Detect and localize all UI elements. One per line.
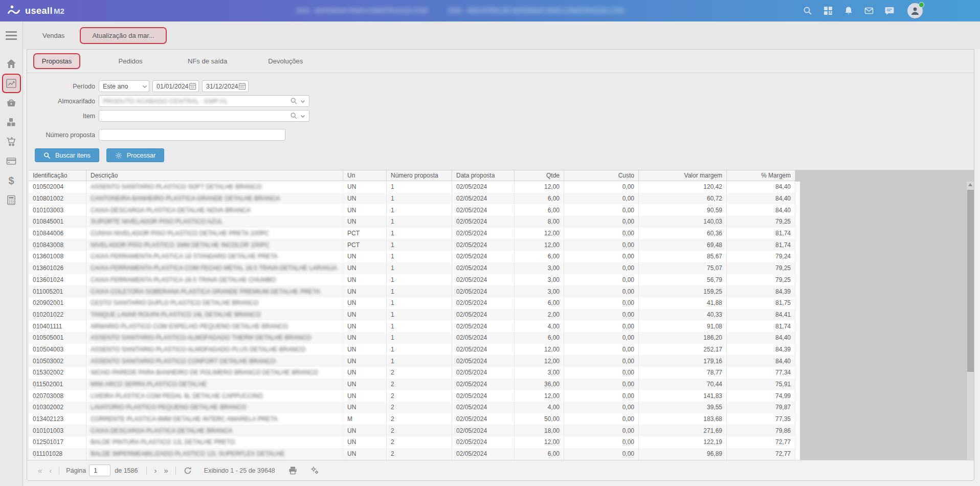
chat-icon[interactable]: [885, 6, 894, 15]
table-row[interactable]: 011101028BALDE IMPERMEABILIZADO PLASTICO…: [29, 448, 795, 460]
cell-date: 02/05/2024: [452, 436, 515, 448]
window-tab-vendas[interactable]: Vendas: [31, 28, 76, 43]
tab-devolucoes[interactable]: Devoluções: [261, 54, 310, 68]
sidebar-item-basket[interactable]: [2, 93, 21, 113]
refresh-icon[interactable]: [184, 467, 192, 475]
table-row[interactable]: 010844006CUNHA NIVELADOR PISO PLASTICO D…: [29, 228, 795, 239]
column-header-desc[interactable]: Descrição: [86, 170, 343, 181]
table-row[interactable]: 013402123CORRENTE PLASTICA 8MM DETALHE I…: [29, 413, 795, 425]
cell-id: 011502001: [29, 379, 86, 390]
scrollbar-thumb[interactable]: [967, 190, 974, 372]
bell-icon[interactable]: [844, 6, 853, 15]
table-row[interactable]: 010103003CAIXA DESCARGA PLASTICA DETALHE…: [29, 204, 795, 216]
periodo-select[interactable]: Este ano: [99, 80, 149, 92]
table-row[interactable]: 010401111ARMARIO PLASTICO COM ESPELHO PE…: [29, 320, 795, 332]
table-row[interactable]: 011502001MINI ARCO SERRA PLASTICO DETALH…: [29, 379, 795, 390]
chevron-down-icon[interactable]: [299, 97, 307, 105]
table-row[interactable]: 010302002LAVATORIO PLASTICO PEQUENO DETA…: [29, 402, 795, 413]
column-header-marg[interactable]: % Margem: [727, 170, 795, 181]
mail-icon[interactable]: [864, 6, 874, 15]
column-header-qtde[interactable]: Qtde: [515, 170, 564, 181]
almoxarifado-combo[interactable]: PRODUTO ACABADO CENTRAL - EMP 01: [99, 95, 309, 107]
column-header-date[interactable]: Data proposta: [452, 170, 515, 181]
cell-un: UN: [343, 216, 387, 228]
cell-marg: 84,41: [727, 309, 795, 321]
cell-id: 012501017: [29, 436, 86, 448]
cell-marg: 84,40: [727, 193, 795, 205]
table-row[interactable]: 013601024CAIXA FERRAMENTA PLASTICA 16.5 …: [29, 274, 795, 286]
vertical-scrollbar[interactable]: [966, 182, 974, 460]
table-row[interactable]: 010503002ASSENTO SANITARIO PLASTICO CONF…: [29, 355, 795, 367]
cell-desc: LIXEIRA PLASTICA COM PEDAL 6L DETALHE CA…: [86, 390, 343, 402]
table-row[interactable]: 010101003CAIXA DESCARGA PLASTICA DETALHE…: [29, 425, 795, 436]
column-header-custo[interactable]: Custo: [564, 170, 639, 181]
tab-pedidos[interactable]: Pedidos: [107, 54, 154, 68]
processar-button[interactable]: Processar: [106, 148, 164, 162]
chevron-down-icon[interactable]: [299, 112, 307, 120]
buscar-itens-button[interactable]: Buscar itens: [35, 148, 99, 162]
search-icon[interactable]: [803, 6, 812, 15]
tab-propostas[interactable]: Propostas: [33, 53, 80, 69]
cell-un: UN: [343, 274, 387, 286]
search-icon[interactable]: [290, 112, 298, 120]
company-selector-2-redacted[interactable]: 2041 - INDUSTRIA DE MATERIAIS PARA CONST…: [448, 7, 625, 14]
window-tab-atualizacao[interactable]: Atualização da mar...: [80, 27, 166, 44]
table-row[interactable]: 010843008NIVELADOR PISO PLASTICO 1MM DET…: [29, 239, 795, 251]
sidebar-item-products[interactable]: [2, 113, 21, 132]
tab-nfs-saida[interactable]: NFs de saída: [181, 54, 234, 68]
table-row[interactable]: 015302002NICHO PAREDE PARA BANHEIRO DE P…: [29, 367, 795, 379]
table-row[interactable]: 012501017BALDE PINTURA PLASTICO 12L DETA…: [29, 436, 795, 448]
page-number-input[interactable]: [89, 465, 110, 476]
scroll-up-arrow-icon[interactable]: [968, 183, 972, 186]
cell-marg: 84,40: [727, 355, 795, 367]
cart-plus-icon: [6, 136, 17, 147]
column-header-id[interactable]: Identificação: [29, 170, 86, 181]
table-row[interactable]: 013601008CAIXA FERRAMENTA PLASTICA 16 ST…: [29, 251, 795, 262]
hamburger-menu-icon[interactable]: [6, 21, 17, 49]
table-row[interactable]: 010505001ASSENTO SANITARIO PLASTICO ALMO…: [29, 332, 795, 344]
cell-un: UN: [343, 390, 387, 402]
table-row[interactable]: 010504003ASSENTO SANITARIO PLASTICO ALMO…: [29, 344, 795, 356]
table-row[interactable]: 020902001CESTO SANITARIO DUPLO PLASTICO …: [29, 297, 795, 309]
first-page-button[interactable]: «: [34, 466, 46, 475]
printer-icon[interactable]: [288, 466, 297, 475]
calendar-icon[interactable]: [238, 82, 246, 90]
column-header-un[interactable]: Un: [343, 170, 387, 181]
user-avatar[interactable]: [907, 3, 923, 18]
item-combo[interactable]: [99, 110, 309, 122]
sidebar-item-calculator[interactable]: [2, 190, 21, 210]
date-from-field[interactable]: 01/01/2024: [152, 80, 199, 92]
gears-settings-icon[interactable]: [310, 466, 319, 475]
topbar-company-selectors[interactable]: 2041 - MATERIAIS PARA CONSTRUCAO LTDA 20…: [118, 7, 803, 14]
cell-desc: TANQUE LAVAR ROUPA PLASTICO 24L DETALHE …: [86, 309, 343, 321]
sidebar-item-payments[interactable]: [2, 151, 21, 171]
cell-num: 1: [387, 285, 452, 297]
sidebar-item-purchases[interactable]: [2, 132, 21, 151]
table-row[interactable]: 010801002CANTONEIRA BANHEIRO PLASTICA GR…: [29, 193, 795, 205]
table-row[interactable]: 010845001SUPORTE NIVELADOR PISO PLASTICO…: [29, 216, 795, 228]
table-row[interactable]: 020703008LIXEIRA PLASTICA COM PEDAL 6L D…: [29, 390, 795, 402]
table-row[interactable]: 010502004ASSENTO SANITARIO PLASTICO SOFT…: [29, 181, 795, 193]
last-page-button[interactable]: »: [160, 466, 171, 475]
table-row[interactable]: 013601026CAIXA FERRAMENTA PLASTICA COM F…: [29, 262, 795, 274]
cell-marg: 81,74: [727, 320, 795, 332]
cell-marg: 72,77: [727, 436, 795, 448]
table-row[interactable]: 010201022TANQUE LAVAR ROUPA PLASTICO 24L…: [29, 309, 795, 321]
sidebar-item-analytics[interactable]: [2, 74, 21, 93]
sidebar-item-financial[interactable]: $: [2, 171, 21, 190]
column-header-valor[interactable]: Valor margem: [639, 170, 727, 181]
table-row[interactable]: 011005201CAIXA COLETORA SOBERANA PLASTIC…: [29, 285, 795, 297]
cubes-icon: [6, 117, 17, 128]
search-icon[interactable]: [290, 97, 298, 105]
date-to-field[interactable]: 31/12/2024: [202, 80, 249, 92]
company-selector-redacted[interactable]: 2041 - MATERIAIS PARA CONSTRUCAO LTDA: [296, 7, 428, 14]
column-header-num[interactable]: Número proposta: [387, 170, 452, 181]
apps-grid-icon[interactable]: [823, 6, 833, 15]
numero-proposta-input[interactable]: [99, 129, 285, 141]
cell-num: 2: [387, 390, 452, 402]
prev-page-button[interactable]: ‹: [46, 466, 55, 475]
sidebar-item-home[interactable]: [2, 54, 21, 74]
next-page-button[interactable]: ›: [150, 466, 160, 475]
cell-num: 1: [387, 274, 452, 286]
calendar-icon[interactable]: [189, 82, 196, 90]
